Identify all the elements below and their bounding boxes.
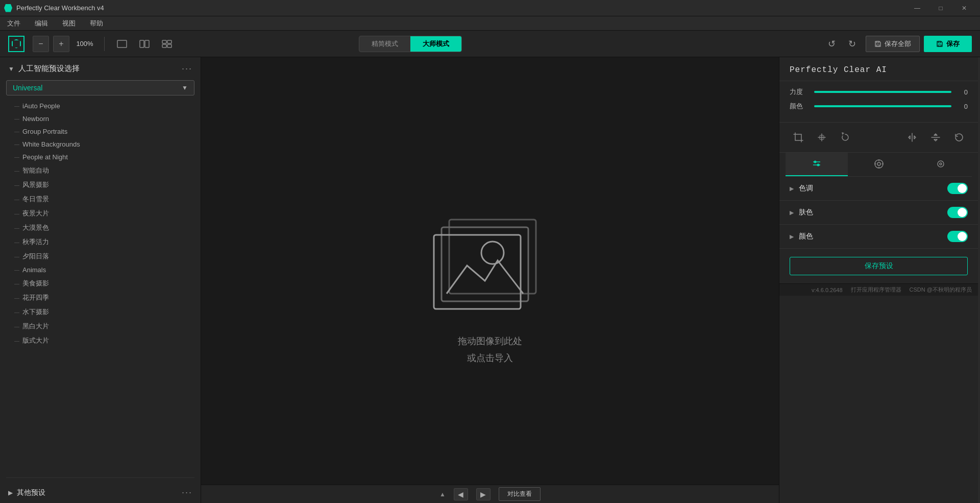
preset-item-autumn[interactable]: 秋季活力: [0, 235, 201, 249]
ai-preset-more[interactable]: ···: [182, 63, 192, 74]
menu-item-帮助[interactable]: 帮助: [87, 17, 106, 30]
main-layout: ▼ 人工智能预设选择 ··· Universal ▼ iAuto PeopleN…: [0, 57, 980, 503]
simple-mode-button[interactable]: 精简模式: [359, 36, 410, 52]
redo-button[interactable]: ↻: [843, 36, 862, 52]
preset-dropdown[interactable]: Universal ▼: [6, 80, 194, 95]
other-presets-collapse-icon[interactable]: ▶: [8, 489, 13, 496]
canvas-area[interactable]: 拖动图像到此处 或点击导入 ▲ ◀ ▶ 对比查看: [201, 57, 779, 503]
svg-point-17: [814, 161, 816, 163]
preset-item-animals[interactable]: Animals: [0, 264, 201, 276]
intensity-slider[interactable]: [814, 91, 951, 93]
drop-text-line2: 或点击导入: [458, 350, 522, 366]
menu-item-文件[interactable]: 文件: [4, 17, 23, 30]
right-scrollbar[interactable]: [978, 57, 980, 503]
preset-item-fashion[interactable]: 版式大片: [0, 333, 201, 348]
toolbar: − + 100% 精简模式 大师模式 ↺ ↻ 保存全部 保存: [0, 31, 980, 57]
preset-item-underwater[interactable]: 水下摄影: [0, 305, 201, 319]
crop-button[interactable]: [790, 129, 807, 146]
zoom-in-button[interactable]: +: [53, 36, 69, 52]
reset-button[interactable]: [950, 129, 968, 146]
open-manager-text[interactable]: 打开应用程序管理器: [851, 286, 901, 294]
preset-item-sunset[interactable]: 夕阳日落: [0, 249, 201, 264]
toolbar-separator-1: [104, 37, 105, 51]
zoom-out-button[interactable]: −: [33, 36, 49, 52]
close-button[interactable]: ✕: [952, 0, 976, 16]
version-text: v:4.6.0.2648: [812, 287, 843, 293]
preset-item-smart-auto[interactable]: 智能自动: [0, 163, 201, 178]
color-header[interactable]: ▶ 颜色: [790, 231, 968, 242]
preset-item-flowers[interactable]: 花开四季: [0, 291, 201, 305]
ai-sliders: 力度 0 颜色 0: [779, 81, 978, 123]
master-mode-button[interactable]: 大师模式: [410, 36, 461, 52]
prev-image-button[interactable]: ◀: [454, 488, 468, 500]
skin-section: ▶ 肤色: [779, 201, 978, 225]
save-all-button[interactable]: 保存全部: [866, 36, 920, 52]
svg-rect-8: [876, 41, 879, 43]
preset-item-group-portraits[interactable]: Group Portraits: [0, 125, 201, 138]
view-compare-button[interactable]: [158, 36, 176, 52]
tone-collapse-icon: ▶: [790, 185, 794, 192]
color-slider-row: 颜色 0: [790, 102, 968, 111]
bottom-bar: ▲ ◀ ▶ 对比查看: [201, 485, 779, 503]
scroll-up-icon[interactable]: ▲: [439, 491, 446, 498]
color-toggle[interactable]: [947, 231, 968, 242]
undo-button[interactable]: ↺: [823, 36, 841, 52]
skin-toggle[interactable]: [947, 207, 968, 218]
preset-item-winter[interactable]: 冬日雪景: [0, 192, 201, 206]
flip-vertical-button[interactable]: [927, 129, 944, 146]
svg-rect-7: [876, 45, 879, 46]
tone-toggle-knob: [958, 184, 967, 193]
svg-rect-6: [167, 44, 172, 47]
svg-point-19: [817, 164, 819, 166]
tab-mask[interactable]: [910, 153, 972, 176]
panel-divider: [6, 477, 194, 478]
collapse-icon[interactable]: ▼: [8, 65, 14, 73]
other-presets-more[interactable]: ···: [182, 487, 192, 498]
flip-horizontal-button[interactable]: [903, 129, 921, 146]
svg-rect-4: [167, 40, 172, 43]
color-slider[interactable]: [814, 105, 951, 107]
color-section: ▶ 颜色: [779, 225, 978, 249]
minimize-button[interactable]: —: [905, 0, 929, 16]
version-bar: v:4.6.0.2648 打开应用程序管理器 CSDN @不秋明的程序员: [779, 283, 978, 296]
compare-button[interactable]: 对比查看: [499, 487, 541, 501]
preset-item-people-at-night[interactable]: People at Night: [0, 151, 201, 163]
ai-preset-title: 人工智能预设选择: [18, 64, 178, 74]
next-image-button[interactable]: ▶: [476, 488, 491, 500]
tone-header[interactable]: ▶ 色调: [790, 183, 968, 194]
menu-item-编辑[interactable]: 编辑: [32, 17, 51, 30]
preset-list: iAuto PeopleNewbornGroup PortraitsWhite …: [0, 100, 201, 473]
view-split-button[interactable]: [135, 36, 154, 52]
tab-adjustments[interactable]: [786, 153, 848, 176]
undo-redo-group: ↺ ↻: [823, 36, 862, 52]
save-preset-button[interactable]: 保存预设: [790, 257, 968, 275]
preset-item-landscape[interactable]: 风景摄影: [0, 178, 201, 192]
tab-presets[interactable]: [848, 153, 910, 176]
tone-toggle[interactable]: [947, 183, 968, 194]
preset-item-bw[interactable]: 黑白大片: [0, 319, 201, 333]
skin-header[interactable]: ▶ 肤色: [790, 207, 968, 218]
rotate-button[interactable]: [837, 129, 854, 146]
preset-item-food[interactable]: 美食摄影: [0, 276, 201, 291]
intensity-fill: [814, 91, 951, 93]
tone-section: ▶ 色调: [779, 177, 978, 201]
preset-item-white-backgrounds[interactable]: White Backgrounds: [0, 138, 201, 151]
preset-item-newborn[interactable]: Newborn: [0, 112, 201, 125]
straighten-button[interactable]: [813, 129, 830, 146]
color-label: 颜色: [790, 102, 808, 111]
right-tabs: [786, 153, 972, 177]
menubar: 文件编辑视图帮助: [0, 16, 980, 31]
preset-item-night-scene[interactable]: 夜景大片: [0, 206, 201, 221]
view-single-button[interactable]: [113, 36, 131, 52]
preset-item-iauto-people[interactable]: iAuto People: [0, 100, 201, 112]
menu-item-视图[interactable]: 视图: [59, 17, 79, 30]
drop-text: 拖动图像到此处 或点击导入: [458, 333, 522, 366]
intensity-slider-row: 力度 0: [790, 87, 968, 97]
svg-rect-0: [117, 40, 127, 47]
preset-item-desert[interactable]: 大漠景色: [0, 221, 201, 235]
restore-button[interactable]: □: [929, 0, 952, 16]
save-button[interactable]: 保存: [924, 36, 972, 52]
color-collapse-icon: ▶: [790, 233, 794, 240]
app-title: Perfectly Clear Workbench v4: [16, 4, 905, 12]
svg-rect-10: [938, 41, 941, 43]
